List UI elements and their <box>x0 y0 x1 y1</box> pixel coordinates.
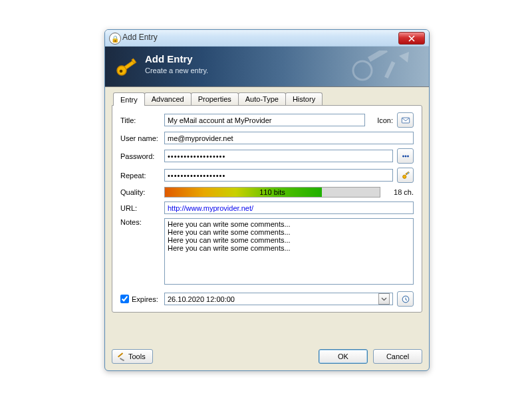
svg-point-1 <box>120 70 123 73</box>
close-icon <box>408 35 415 42</box>
banner-subtitle: Create a new entry. <box>145 66 208 74</box>
tab-history[interactable]: History <box>285 92 323 106</box>
notes-input[interactable] <box>164 218 414 285</box>
label-title: Title: <box>120 116 164 124</box>
clock-icon <box>401 295 410 304</box>
dialog-footer: Tools OK Cancel <box>112 349 422 364</box>
label-password: Password: <box>120 152 164 160</box>
reveal-password-button[interactable] <box>397 148 414 164</box>
svg-point-13 <box>407 172 409 174</box>
tab-entry[interactable]: Entry <box>113 92 145 106</box>
title-input[interactable] <box>164 114 365 126</box>
tab-panel-entry: Title: Icon: User name: Password: <box>112 105 422 313</box>
label-username: User name: <box>120 134 164 142</box>
svg-point-4 <box>353 61 372 80</box>
dots-icon <box>401 152 410 161</box>
quality-bar: 110 bits <box>164 187 380 198</box>
cancel-button[interactable]: Cancel <box>373 349 422 364</box>
date-dropdown-button[interactable] <box>378 293 390 305</box>
label-repeat: Repeat: <box>120 172 164 180</box>
icon-picker-button[interactable] <box>397 112 414 128</box>
label-url: URL: <box>120 204 164 212</box>
url-input[interactable] <box>164 201 414 214</box>
label-expires: Expires: <box>132 295 164 303</box>
expires-checkbox[interactable] <box>120 295 129 303</box>
add-entry-dialog: 🔒 Add Entry Add Entry Create a new entry… <box>104 29 430 371</box>
svg-rect-16 <box>120 358 124 361</box>
lock-icon: 🔒 <box>109 33 121 45</box>
tab-row: Entry Advanced Properties Auto-Type Hist… <box>113 92 422 106</box>
label-notes: Notes: <box>120 218 164 226</box>
svg-point-8 <box>402 155 404 157</box>
close-button[interactable] <box>398 32 425 45</box>
expires-datepicker[interactable]: 26.10.2020 12:00:00 <box>164 293 393 305</box>
tools-icon <box>116 352 126 361</box>
tab-properties[interactable]: Properties <box>191 92 239 106</box>
label-quality: Quality: <box>120 188 164 196</box>
repeat-input[interactable] <box>164 169 393 182</box>
expires-preset-button[interactable] <box>397 291 414 307</box>
banner: Add Entry Create a new entry. <box>105 47 429 87</box>
titlebar[interactable]: 🔒 Add Entry <box>105 30 429 47</box>
expires-value: 26.10.2020 12:00:00 <box>168 295 235 303</box>
tools-button[interactable]: Tools <box>112 349 153 364</box>
tab-advanced[interactable]: Advanced <box>144 92 192 106</box>
svg-rect-15 <box>118 352 123 357</box>
banner-title: Add Entry <box>145 53 193 65</box>
key-gen-icon <box>401 171 410 180</box>
banner-decoration <box>342 51 422 84</box>
svg-point-9 <box>404 155 406 157</box>
char-count: 18 ch. <box>386 188 414 196</box>
username-input[interactable] <box>164 132 414 144</box>
tools-button-label: Tools <box>128 352 146 360</box>
window-title: Add Entry <box>122 33 158 42</box>
quality-text: 110 bits <box>165 188 380 197</box>
generate-password-button[interactable] <box>397 168 414 183</box>
tab-autotype[interactable]: Auto-Type <box>238 92 286 106</box>
svg-rect-6 <box>384 61 395 78</box>
chevron-down-icon <box>381 296 387 302</box>
ok-button[interactable]: OK <box>319 349 368 364</box>
svg-rect-5 <box>368 51 388 62</box>
key-icon <box>114 55 138 78</box>
svg-point-11 <box>402 175 406 178</box>
svg-point-10 <box>407 155 409 157</box>
password-input[interactable] <box>164 150 393 162</box>
label-icon: Icon: <box>370 116 393 124</box>
envelope-icon <box>401 116 410 125</box>
